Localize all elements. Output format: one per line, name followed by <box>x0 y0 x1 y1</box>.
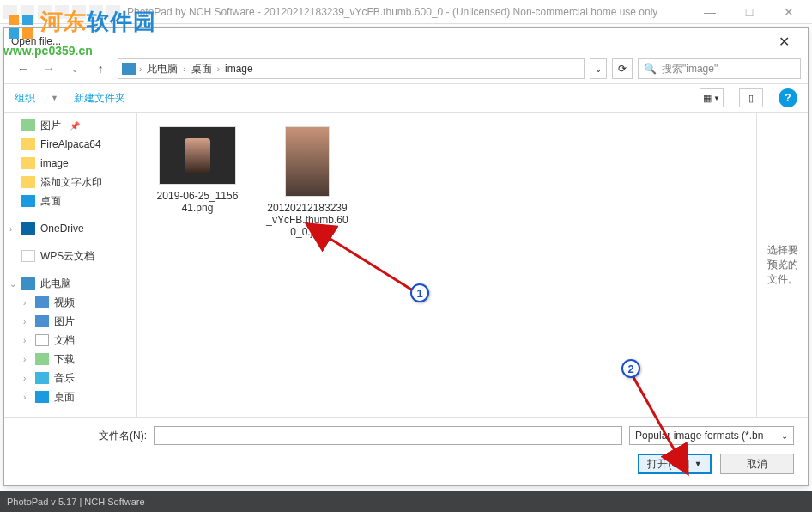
tree-item[interactable]: ›下载 <box>4 350 136 369</box>
toolbar-icon[interactable] <box>38 5 52 19</box>
file-type-filter[interactable]: Popular image formats (*.bn ⌄ <box>629 426 794 445</box>
desktop-icon <box>21 195 35 207</box>
nav-up-button[interactable]: ↑ <box>88 58 112 79</box>
file-name: 20120212183239_vYcFB.thumb.600_0.jpg <box>264 202 350 238</box>
expand-icon[interactable]: › <box>9 224 12 234</box>
preview-pane: 选择要预览的文件。 <box>756 113 808 417</box>
breadcrumb-item[interactable]: image <box>223 63 255 75</box>
tree-item[interactable]: WPS云文档 <box>4 247 136 265</box>
filename-input[interactable] <box>154 426 622 445</box>
toolbar-icon[interactable] <box>106 5 120 19</box>
organize-menu[interactable]: 组织 <box>15 91 35 106</box>
expand-icon[interactable]: ⌄ <box>9 279 16 289</box>
toolbar-icon[interactable] <box>89 5 103 19</box>
preview-placeholder: 选择要预览的文件。 <box>764 243 801 287</box>
address-bar[interactable]: › 此电脑 › 桌面 › image <box>118 58 585 79</box>
folder-tree[interactable]: 图片📌FireAlpaca64image添加文字水印桌面›OneDriveWPS… <box>4 113 137 417</box>
open-button[interactable]: 打开(O)▼ <box>638 454 712 474</box>
nav-back-button[interactable]: ← <box>11 58 35 79</box>
toolbar-icon[interactable] <box>72 5 86 19</box>
tree-item[interactable]: ›文档 <box>4 331 136 350</box>
video-icon <box>35 296 49 308</box>
music-icon <box>35 372 49 384</box>
tree-item-label: 桌面 <box>54 390 75 405</box>
preview-pane-button[interactable]: ▯ <box>739 88 763 107</box>
folder-icon <box>21 138 35 150</box>
tree-item-label: 下载 <box>54 352 75 367</box>
file-name: 2019-06-25_115641.png <box>155 190 240 214</box>
chevron-down-icon: ⌄ <box>781 431 788 441</box>
pc-icon <box>122 63 136 75</box>
expand-icon[interactable]: › <box>23 393 26 402</box>
tree-item[interactable]: ›OneDrive <box>4 219 136 238</box>
app-title: PhotoPad by NCH Software - 2012021218323… <box>127 6 690 18</box>
file-thumbnail <box>285 126 330 197</box>
dialog-close-button[interactable]: ✕ <box>767 34 801 50</box>
nav-forward-button[interactable]: → <box>37 58 61 79</box>
status-text: PhotoPad v 5.17 | NCH Software <box>7 497 145 507</box>
tree-item[interactable]: ›音乐 <box>4 369 136 387</box>
tree-item[interactable]: 图片📌 <box>4 116 136 135</box>
chevron-down-icon[interactable]: ▼ <box>688 460 702 468</box>
file-item[interactable]: 2019-06-25_115641.png <box>155 126 240 214</box>
new-folder-button[interactable]: 新建文件夹 <box>74 91 125 106</box>
toolbar-icon[interactable] <box>3 5 17 19</box>
file-list[interactable]: 2019-06-25_115641.png 20120212183239_vYc… <box>137 113 756 417</box>
tree-item-label: 文档 <box>54 333 75 348</box>
file-item[interactable]: 20120212183239_vYcFB.thumb.600_0.jpg <box>264 126 350 238</box>
tree-item-label: FireAlpaca64 <box>40 138 101 150</box>
tree-item[interactable]: image <box>4 154 136 173</box>
minimize-button[interactable]: — <box>690 0 730 24</box>
maximize-button[interactable]: □ <box>730 0 769 24</box>
nav-history-button[interactable]: ⌄ <box>63 58 87 79</box>
breadcrumb-item[interactable]: 桌面 <box>190 62 214 76</box>
wps-icon <box>21 250 35 262</box>
app-titlebar: PhotoPad by NCH Software - 2012021218323… <box>0 0 812 24</box>
address-dropdown[interactable]: ⌄ <box>590 58 607 79</box>
pc-icon <box>21 277 35 290</box>
expand-icon[interactable]: › <box>23 317 26 326</box>
close-button[interactable]: ✕ <box>769 0 809 24</box>
tree-item[interactable]: ›视频 <box>4 293 136 312</box>
tree-item-label: 视频 <box>54 296 75 310</box>
tree-item[interactable]: ›桌面 <box>4 387 136 406</box>
expand-icon[interactable]: › <box>23 355 26 364</box>
doc-icon <box>35 334 49 346</box>
tree-item-label: 音乐 <box>54 371 75 386</box>
expand-icon[interactable]: › <box>23 336 26 345</box>
tree-item[interactable]: 桌面 <box>4 192 136 210</box>
tree-item[interactable]: ›图片 <box>4 312 136 331</box>
tree-item-label: 桌面 <box>40 194 61 209</box>
annotation-badge-1: 1 <box>410 283 429 302</box>
dialog-title: Open file... <box>11 35 767 47</box>
breadcrumb-root[interactable]: 此电脑 <box>145 62 179 76</box>
folder-green-icon <box>21 119 35 131</box>
chevron-right-icon[interactable]: › <box>217 64 220 74</box>
refresh-button[interactable]: ⟳ <box>612 58 633 79</box>
filename-label: 文件名(N): <box>18 429 147 443</box>
tree-item[interactable]: ⌄此电脑 <box>4 274 136 293</box>
tree-item-label: WPS云文档 <box>40 249 94 264</box>
chevron-right-icon[interactable]: › <box>183 64 185 74</box>
tree-item-label: 此电脑 <box>40 277 71 291</box>
file-thumbnail <box>159 126 236 185</box>
folder-icon <box>21 157 35 169</box>
tree-item[interactable]: 添加文字水印 <box>4 173 136 192</box>
tree-item-label: image <box>40 157 69 169</box>
tree-item-label: OneDrive <box>40 222 84 235</box>
search-input[interactable]: 🔍 搜索"image" <box>638 58 801 79</box>
chevron-right-icon[interactable]: › <box>139 64 142 74</box>
tree-item-label: 图片 <box>40 119 61 133</box>
folder-icon <box>21 176 35 188</box>
tree-item[interactable]: FireAlpaca64 <box>4 135 136 154</box>
pin-icon: 📌 <box>70 121 80 131</box>
view-mode-button[interactable]: ▦ ▼ <box>700 88 724 107</box>
help-button[interactable]: ? <box>779 88 797 107</box>
expand-icon[interactable]: › <box>23 374 26 383</box>
cancel-button[interactable]: 取消 <box>720 454 794 474</box>
expand-icon[interactable]: › <box>23 298 26 308</box>
tree-item-label: 添加文字水印 <box>40 175 102 190</box>
pic2-icon <box>35 315 49 327</box>
toolbar-icon[interactable] <box>21 5 34 19</box>
toolbar-icon[interactable] <box>55 5 69 19</box>
